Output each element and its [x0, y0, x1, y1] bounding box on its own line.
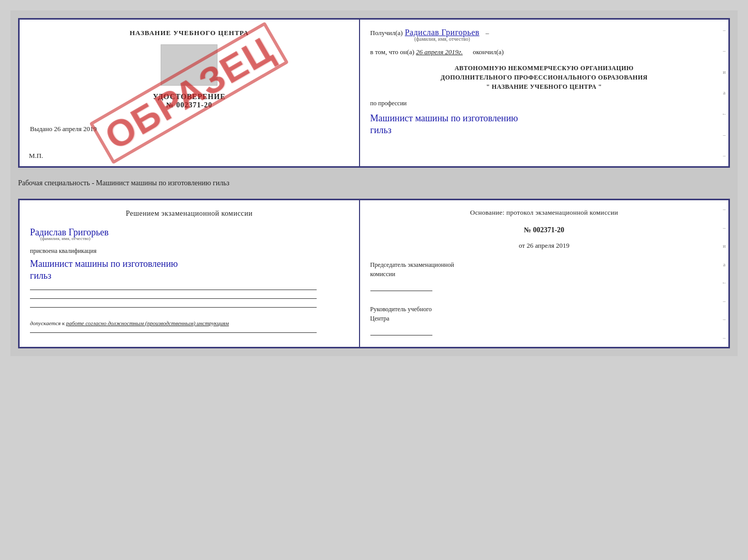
underline-2 — [30, 298, 317, 299]
org-block: АВТОНОМНУЮ НЕКОММЕРЧЕСКУЮ ОРГАНИЗАЦИЮ ДО… — [370, 63, 718, 91]
edge-tick-5: ← — [722, 111, 727, 117]
udostoverenie-block: УДОСТОВЕРЕНИЕ № 002371-20 — [30, 93, 349, 109]
edge-tick-2: – — [723, 48, 725, 54]
top-left-title: НАЗВАНИЕ УЧЕБНОГО ЦЕНТРА — [30, 29, 349, 37]
okonchil-label: окончил(а) — [473, 48, 504, 56]
doc-number: № 002371-20 — [30, 101, 349, 109]
top-doc-left: НАЗВАНИЕ УЧЕБНОГО ЦЕНТРА УДОСТОВЕРЕНИЕ №… — [20, 20, 360, 166]
dash-sep: – — [486, 29, 489, 37]
protocol-date: от 26 апреля 2019 — [370, 242, 718, 250]
fio-label-top: (фамилия, имя, отчество) — [414, 36, 470, 42]
predsed-signature — [370, 282, 432, 291]
separator-label: Рабочая специальность - Машинист машины … — [18, 177, 730, 189]
btm-edge-1: – — [723, 206, 725, 212]
bottom-doc-right: Основание: протокол экзаменационной коми… — [360, 200, 728, 347]
btm-edge-3: и — [723, 243, 725, 249]
protocol-date-value: 26 апреля 2019 — [527, 242, 570, 249]
edge-tick-6: – — [723, 132, 725, 138]
top-document: НАЗВАНИЕ УЧЕБНОГО ЦЕНТРА УДОСТОВЕРЕНИЕ №… — [18, 18, 730, 168]
btm-edge-8: – — [723, 335, 725, 341]
org-line1: АВТОНОМНУЮ НЕКОММЕРЧЕСКУЮ ОРГАНИЗАЦИЮ — [370, 63, 718, 73]
dopusk-label: допускается к — [30, 320, 65, 326]
profession-name-top: Машинист машины по изготовлению гильз — [370, 113, 718, 137]
mp-label: М.П. — [29, 152, 43, 160]
vudano-line: Выдано 26 апреля 2019 — [30, 125, 349, 133]
dopusk-text: работе согласно должностным (производств… — [66, 320, 229, 326]
poluchil-label: Получил(а) — [370, 29, 403, 37]
top-doc-right: Получил(а) Радислав Григорьев (фамилия, … — [360, 20, 728, 166]
btm-edge-7: – — [723, 316, 725, 322]
underline-1 — [30, 290, 317, 290]
komissia-title: Решением экзаменационной комиссии — [30, 210, 349, 218]
bottom-doc-left: Решением экзаменационной комиссии Радисл… — [20, 200, 360, 347]
rukoved-signature — [370, 326, 432, 335]
right-edge-marks: – – и а ← – – — [720, 20, 728, 166]
photo-placeholder — [161, 44, 217, 86]
osnov-title: Основание: протокол экзаменационной коми… — [370, 209, 718, 217]
date-line: в том, что он(а) 26 апреля 2019г. окончи… — [370, 48, 718, 56]
recipient-line: Получил(а) Радислав Григорьев (фамилия, … — [370, 28, 718, 42]
rukovec-block: Руководитель учебного Центра — [370, 305, 718, 335]
edge-tick-1: – — [723, 27, 725, 33]
profession-line: по профессии — [370, 100, 718, 107]
fio-label-bottom: (фамилия, имя, отчество) — [40, 236, 90, 241]
edge-tick-4: а — [723, 90, 725, 95]
prisvoena-label: присвоена квалификация — [30, 247, 349, 255]
v-tom-label: в том, что он(а) — [370, 48, 415, 56]
rukoved-line1: Руководитель учебного — [370, 305, 718, 314]
predsed-block: Председатель экзаменационной комиссии — [370, 260, 718, 291]
date-value: 26 апреля 2019г. — [416, 48, 462, 56]
rukoved-line2: Центра — [370, 314, 718, 323]
btm-edge-4: а — [723, 262, 725, 267]
underline-4 — [30, 332, 317, 333]
edge-tick-3: и — [723, 69, 725, 75]
right-edge-marks-bottom: – – и а ← – – – — [720, 200, 728, 347]
vudano-label: Выдано — [30, 125, 52, 133]
kvalif-name: Машинист машины по изготовлению гильз — [30, 258, 349, 282]
underline-3 — [30, 307, 317, 308]
btm-edge-6: – — [723, 298, 725, 304]
btm-edge-2: – — [723, 225, 725, 231]
bottom-document: Решением экзаменационной комиссии Радисл… — [18, 199, 730, 348]
protocol-date-prefix: от — [519, 242, 525, 249]
dopuskaetsya-text: допускается к работе согласно должностны… — [30, 320, 349, 326]
org-line3: " НАЗВАНИЕ УЧЕБНОГО ЦЕНТРА " — [370, 82, 718, 91]
predsed-line1: Председатель экзаменационной — [370, 260, 718, 269]
org-line2: ДОПОЛНИТЕЛЬНОГО ПРОФЕССИОНАЛЬНОГО ОБРАЗО… — [370, 73, 718, 82]
vudano-date: 26 апреля 2019 — [54, 125, 97, 133]
udostoverenie-title: УДОСТОВЕРЕНИЕ — [30, 93, 349, 101]
po-professii-label: по профессии — [370, 100, 407, 107]
edge-tick-7: – — [723, 153, 725, 158]
protocol-number: № 002371-20 — [370, 226, 718, 234]
page-container: НАЗВАНИЕ УЧЕБНОГО ЦЕНТРА УДОСТОВЕРЕНИЕ №… — [10, 10, 738, 356]
btm-edge-5: ← — [722, 280, 727, 285]
predsed-line2: комиссии — [370, 269, 718, 279]
